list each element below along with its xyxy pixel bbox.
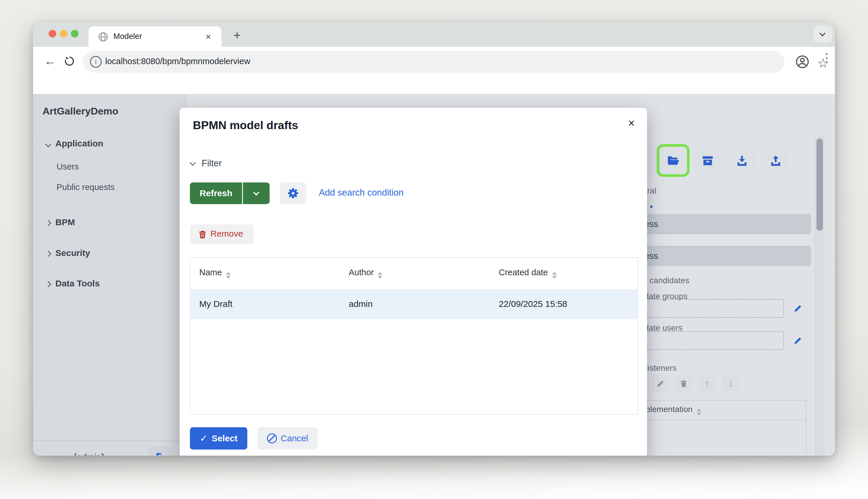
address-bar[interactable]: i localhost:8080/bpm/bpmnmodelerview ☆	[83, 51, 784, 73]
archive-model-button[interactable]	[694, 147, 721, 174]
chevron-down-icon	[253, 189, 259, 195]
cancel-label: Cancel	[281, 434, 308, 443]
dialog-close-icon[interactable]: ×	[628, 117, 635, 130]
edit-candidate-users-button[interactable]	[788, 331, 808, 350]
app-sidebar: ArtGalleryDemo Application Users Public …	[33, 94, 187, 456]
logout-button[interactable]	[148, 446, 173, 456]
back-button[interactable]: ←	[44, 54, 56, 68]
column-header-author[interactable]: Author	[349, 268, 382, 279]
sort-icon	[226, 272, 230, 279]
check-icon: ✓	[200, 433, 207, 444]
required-dot: •	[650, 202, 653, 211]
column-label: Author	[349, 268, 373, 277]
sidebar-item-label: Data Tools	[55, 279, 100, 289]
highlight-ring	[657, 144, 690, 177]
sidebar-item-data-tools[interactable]: Data Tools	[33, 277, 187, 292]
site-info-icon[interactable]: i	[90, 56, 102, 68]
column-header-name[interactable]: Name	[199, 268, 230, 279]
filter-label: Filter	[202, 158, 222, 169]
sidebar-item-label: Security	[55, 248, 90, 258]
scrollbar-thumb[interactable]	[817, 138, 823, 231]
cancel-button[interactable]: Cancel	[257, 427, 318, 450]
table-header-row: Name Author Created date	[190, 258, 638, 290]
tab-modeler[interactable]: Modeler ×	[88, 26, 222, 47]
add-search-condition-link[interactable]: Add search condition	[319, 187, 404, 198]
select-label: Select	[212, 434, 237, 443]
remove-button[interactable]: Remove	[190, 224, 254, 244]
sidebar-item-label: Public requests	[57, 182, 115, 192]
globe-favicon-icon	[98, 32, 108, 42]
panel-scrollbar[interactable]	[815, 135, 824, 456]
new-tab-button[interactable]: +	[229, 27, 245, 44]
listeners-table: Implementation	[630, 400, 807, 456]
reload-button[interactable]	[63, 55, 76, 68]
sidebar-item-label: Application	[55, 138, 103, 148]
pencil-icon	[793, 336, 802, 345]
table-row[interactable]: My Draft admin 22/09/2025 15:58	[190, 290, 638, 319]
archive-box-icon	[701, 154, 714, 168]
sidebar-item-public-requests[interactable]: Public requests	[33, 181, 187, 195]
sidebar-item-bpm[interactable]: BPM	[33, 216, 187, 230]
sort-icon	[378, 272, 382, 279]
trash-icon	[198, 229, 207, 240]
column-label: Created date	[499, 268, 548, 277]
sidebar-footer-divider	[33, 440, 187, 441]
draft-author-cell: admin	[349, 299, 373, 309]
chevron-down-icon	[819, 30, 825, 36]
sidebar-item-security[interactable]: Security	[33, 246, 187, 261]
bpmn-model-drafts-dialog: BPMN model drafts × Filter Refresh	[180, 108, 647, 456]
delete-listener-button[interactable]	[675, 375, 692, 392]
drafts-table: Name Author Created date My Draft admin …	[190, 257, 638, 415]
logout-icon	[154, 451, 167, 456]
gear-icon	[287, 187, 299, 200]
sort-icon	[697, 409, 701, 415]
sidebar-item-users[interactable]: Users	[33, 160, 187, 175]
remove-label: Remove	[211, 229, 243, 239]
traffic-light-minimize-icon[interactable]	[60, 30, 68, 37]
browser-menu-icon[interactable]: ⋮	[821, 51, 833, 64]
chevron-right-icon	[45, 281, 51, 287]
logged-in-user: [admin]	[74, 452, 104, 456]
trash-icon	[679, 379, 688, 388]
refresh-dropdown-button[interactable]	[242, 182, 270, 204]
column-header-created-date[interactable]: Created date	[499, 268, 557, 279]
draft-name-cell: My Draft	[199, 299, 233, 309]
browser-window: Modeler × + ← i localhost:8080/bpm/bpmnm…	[33, 22, 835, 456]
upload-model-button[interactable]	[762, 147, 789, 174]
page-content: ArtGalleryDemo Application Users Public …	[33, 94, 835, 456]
column-label: Name	[199, 268, 222, 277]
move-listener-down-button[interactable]: ↓	[722, 375, 739, 392]
profile-icon[interactable]	[795, 54, 810, 69]
sidebar-item-label: Users	[57, 162, 79, 172]
download-model-button[interactable]	[728, 147, 756, 174]
chevron-right-icon	[45, 220, 51, 226]
select-button[interactable]: ✓ Select	[190, 427, 247, 450]
filter-settings-button[interactable]	[280, 182, 306, 204]
traffic-light-close-icon[interactable]	[49, 30, 56, 37]
chevron-down-icon	[190, 160, 196, 166]
tab-strip: Modeler × +	[33, 22, 835, 47]
sidebar-item-label: BPM	[55, 217, 75, 227]
sidebar-item-application[interactable]: Application	[33, 137, 187, 152]
sort-icon	[552, 272, 557, 279]
browser-toolbar: ← i localhost:8080/bpm/bpmnmodelerview ☆…	[33, 47, 835, 94]
app-title: ArtGalleryDemo	[43, 106, 118, 117]
refresh-button[interactable]: Refresh	[190, 182, 242, 204]
edit-candidate-groups-button[interactable]	[788, 299, 808, 317]
move-listener-up-button[interactable]: ↑	[699, 375, 716, 392]
chevron-right-icon	[45, 251, 51, 257]
upload-icon	[769, 154, 782, 168]
edit-listener-button[interactable]	[652, 375, 669, 392]
chevron-down-icon	[45, 141, 51, 147]
download-icon	[735, 154, 749, 168]
tab-close-icon[interactable]: ×	[205, 31, 211, 42]
tab-search-button[interactable]	[814, 26, 832, 43]
draft-created-cell: 22/09/2025 15:58	[499, 299, 567, 309]
traffic-light-zoom-icon[interactable]	[71, 30, 79, 37]
table-header-divider	[631, 420, 806, 421]
pencil-icon	[793, 304, 802, 313]
dialog-title: BPMN model drafts	[193, 119, 298, 132]
refresh-split-button: Refresh	[190, 182, 270, 204]
url-text: localhost:8080/bpm/bpmnmodelerview	[105, 57, 250, 66]
pencil-icon	[656, 379, 665, 388]
